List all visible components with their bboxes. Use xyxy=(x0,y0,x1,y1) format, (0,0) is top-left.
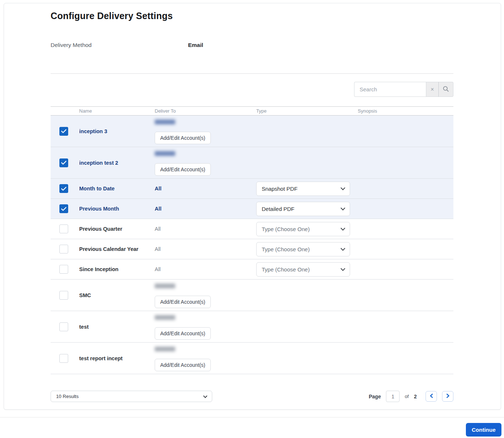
table-row: Previous Quarter All Type (Choose One) xyxy=(51,219,453,239)
table-row: test Add/Edit Account(s) xyxy=(51,311,453,343)
row-checkbox[interactable] xyxy=(59,245,68,253)
results-per-page-wrap: 10 Results xyxy=(51,391,212,402)
table-row: Month to Date All Snapshot PDF xyxy=(51,179,453,199)
type-select-wrap: Type (Choose One) xyxy=(256,262,350,277)
type-select-wrap: Type (Choose One) xyxy=(256,222,350,236)
row-checkbox[interactable] xyxy=(59,265,68,274)
page-label: Page xyxy=(369,394,381,399)
add-edit-accounts-button[interactable]: Add/Edit Account(s) xyxy=(155,163,211,176)
column-header-synopsis: Synopsis xyxy=(358,108,453,114)
column-header-name: Name xyxy=(79,108,155,114)
of-label: of xyxy=(405,394,409,399)
add-edit-accounts-button[interactable]: Add/Edit Account(s) xyxy=(155,327,211,340)
deliver-to-value: All xyxy=(155,226,256,232)
search-group: × xyxy=(354,82,453,97)
row-checkbox[interactable] xyxy=(59,204,68,213)
row-name: SMC xyxy=(79,292,155,298)
close-icon: × xyxy=(431,87,434,92)
type-select[interactable]: Type (Choose One) xyxy=(256,262,350,277)
add-edit-accounts-button[interactable]: Add/Edit Account(s) xyxy=(155,359,211,371)
previous-page-button[interactable] xyxy=(426,391,437,402)
row-checkbox[interactable] xyxy=(59,184,68,193)
row-name: Previous Quarter xyxy=(79,226,155,232)
row-name: Previous Calendar Year xyxy=(79,246,155,252)
clear-search-button[interactable]: × xyxy=(426,82,439,97)
deliver-to-value: All xyxy=(155,186,256,191)
row-name: test report incept xyxy=(79,355,155,361)
page-title: Configure Delivery Settings xyxy=(51,11,453,21)
pagination: Page of 2 xyxy=(369,391,453,402)
type-select[interactable]: Detailed PDF xyxy=(256,202,350,216)
type-select-wrap: Detailed PDF xyxy=(256,202,350,216)
add-edit-accounts-button[interactable]: Add/Edit Account(s) xyxy=(155,132,211,144)
row-name: inception test 2 xyxy=(79,160,155,166)
settings-card: Configure Delivery Settings Delivery Met… xyxy=(4,3,501,410)
type-select-wrap: Type (Choose One) xyxy=(256,242,350,256)
add-edit-accounts-button[interactable]: Add/Edit Account(s) xyxy=(155,296,211,308)
row-checkbox[interactable] xyxy=(59,127,68,136)
row-checkbox[interactable] xyxy=(59,225,68,233)
check-icon xyxy=(61,161,66,165)
page-number-input[interactable] xyxy=(386,391,400,402)
redacted-recipient xyxy=(155,315,175,320)
column-header-deliver-to: Deliver To xyxy=(155,108,256,114)
type-select[interactable]: Type (Choose One) xyxy=(256,222,350,236)
results-per-page-select[interactable]: 10 Results xyxy=(51,391,212,402)
row-checkbox[interactable] xyxy=(59,354,68,363)
delivery-method-row: Delivery Method Email xyxy=(51,42,453,48)
row-name: test xyxy=(79,324,155,330)
type-select[interactable]: Type (Choose One) xyxy=(256,242,350,256)
delivery-method-label: Delivery Method xyxy=(51,42,188,48)
table-row: inception 3 Add/Edit Account(s) xyxy=(51,116,453,147)
check-icon xyxy=(61,187,66,191)
type-select[interactable]: Snapshot PDF xyxy=(256,182,350,196)
row-name: Previous Month xyxy=(79,206,155,212)
row-name: inception 3 xyxy=(79,128,155,134)
chevron-right-icon xyxy=(446,394,450,399)
next-page-button[interactable] xyxy=(442,391,453,402)
redacted-recipient xyxy=(155,284,175,288)
type-select-wrap: Snapshot PDF xyxy=(256,182,350,196)
deliver-to-value: All xyxy=(155,206,256,212)
continue-button[interactable]: Continue xyxy=(466,423,501,437)
redacted-recipient xyxy=(155,120,175,124)
deliver-to-value: All xyxy=(155,266,256,272)
deliver-to-value: All xyxy=(155,246,256,252)
table-row: test report incept Add/Edit Account(s) xyxy=(51,343,453,374)
column-header-type: Type xyxy=(256,108,358,114)
total-pages: 2 xyxy=(414,394,417,399)
search-button[interactable] xyxy=(439,82,453,97)
table-row: Previous Month All Detailed PDF xyxy=(51,199,453,219)
row-name: Since Inception xyxy=(79,266,155,272)
search-icon xyxy=(443,86,449,93)
row-name: Month to Date xyxy=(79,186,155,191)
chevron-left-icon xyxy=(430,394,433,399)
table-row: Previous Calendar Year All Type (Choose … xyxy=(51,239,453,259)
row-checkbox[interactable] xyxy=(59,322,68,331)
row-checkbox[interactable] xyxy=(59,291,68,300)
check-icon xyxy=(61,207,66,211)
search-input[interactable] xyxy=(354,82,426,97)
redacted-recipient xyxy=(155,347,175,351)
row-checkbox[interactable] xyxy=(59,158,68,167)
table-header: Name Deliver To Type Synopsis xyxy=(51,106,453,116)
table-row: SMC Add/Edit Account(s) xyxy=(51,280,453,311)
table-row: inception test 2 Add/Edit Account(s) xyxy=(51,147,453,179)
delivery-method-value: Email xyxy=(188,42,203,48)
section-divider xyxy=(51,73,453,74)
check-icon xyxy=(61,129,66,133)
reports-table: Name Deliver To Type Synopsis inception … xyxy=(51,106,453,374)
table-row: Since Inception All Type (Choose One) xyxy=(51,259,453,280)
redacted-recipient xyxy=(155,151,175,156)
